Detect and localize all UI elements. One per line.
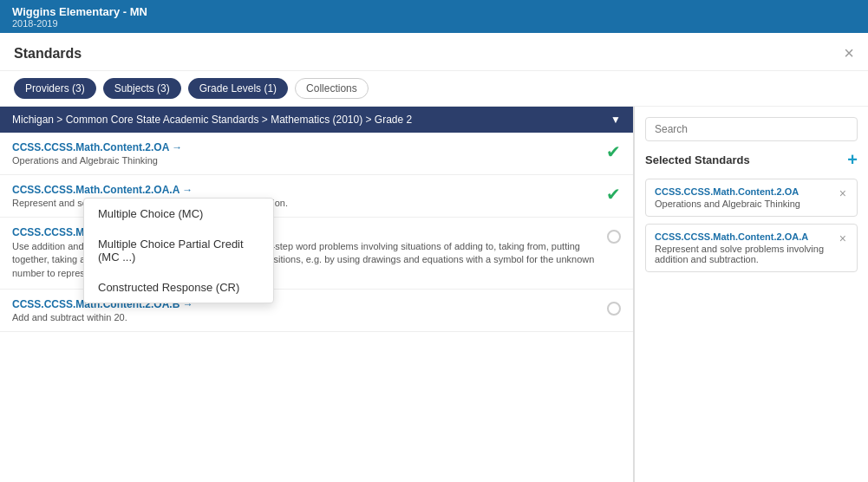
standards-search-input[interactable]	[645, 117, 858, 141]
filter-providers[interactable]: Providers (3)	[14, 78, 96, 99]
dropdown-item-cr[interactable]: Constructed Response (CR)	[84, 272, 273, 303]
standard-desc-4: Add and subtract within 20.	[12, 312, 607, 322]
standards-right-panel: Selected Standards + CCSS.CCSS.Math.Cont…	[634, 107, 868, 482]
standards-close-btn[interactable]: ×	[844, 43, 854, 63]
standard-id-1[interactable]: CCSS.CCSS.Math.Content.2.OA →	[12, 141, 606, 153]
selected-standards-header: Selected Standards +	[645, 150, 858, 170]
check-circle-3	[607, 230, 621, 244]
check-icon-2: ✔	[606, 184, 621, 205]
breadcrumb-bar[interactable]: Michigan > Common Core State Academic St…	[0, 107, 633, 133]
standard-desc-1: Operations and Algebraic Thinking	[12, 155, 606, 166]
breadcrumb-chevron: ▼	[610, 114, 621, 126]
standards-panel-title: Standards	[14, 46, 82, 62]
sel-std-id-1: CCSS.CCSS.Math.Content.2.OA	[655, 186, 838, 197]
selected-standard-1: CCSS.CCSS.Math.Content.2.OA Operations a…	[645, 179, 858, 217]
filter-subjects[interactable]: Subjects (3)	[103, 78, 181, 99]
standards-filters: Providers (3) Subjects (3) Grade Levels …	[0, 71, 868, 107]
school-year: 2018-2019	[12, 18, 856, 29]
dropdown-item-mc[interactable]: Multiple Choice (MC)	[84, 199, 273, 229]
breadcrumb-text: Michigan > Common Core State Academic St…	[12, 114, 412, 126]
dropdown-item-mc-partial[interactable]: Multiple Choice Partial Credit (MC ...)	[84, 229, 273, 272]
standard-id-2[interactable]: CCSS.CCSS.Math.Content.2.OA.A →	[12, 184, 606, 196]
selected-standard-2: CCSS.CCSS.Math.Content.2.OA.A Represent …	[645, 224, 858, 272]
sel-std-id-2: CCSS.CCSS.Math.Content.2.OA.A	[655, 231, 838, 242]
question-type-dropdown: Multiple Choice (MC) Multiple Choice Par…	[83, 198, 274, 303]
remove-std-1-btn[interactable]: ×	[838, 186, 848, 200]
school-name: Wiggins Elementary - MN	[12, 5, 856, 18]
remove-std-2-btn[interactable]: ×	[838, 231, 848, 245]
filter-grade-levels[interactable]: Grade Levels (1)	[188, 78, 288, 99]
selected-standards-title: Selected Standards	[645, 153, 750, 166]
check-circle-4	[607, 302, 621, 316]
sel-std-desc-2: Represent and solve problems involving a…	[655, 244, 838, 264]
standard-item-1: CCSS.CCSS.Math.Content.2.OA → Operations…	[0, 133, 633, 175]
filter-collections[interactable]: Collections	[295, 78, 369, 99]
sel-std-desc-1: Operations and Algebraic Thinking	[655, 199, 838, 209]
check-icon-1: ✔	[606, 141, 621, 162]
selected-standards-plus[interactable]: +	[847, 150, 858, 170]
app-header: Wiggins Elementary - MN 2018-2019	[0, 0, 868, 34]
